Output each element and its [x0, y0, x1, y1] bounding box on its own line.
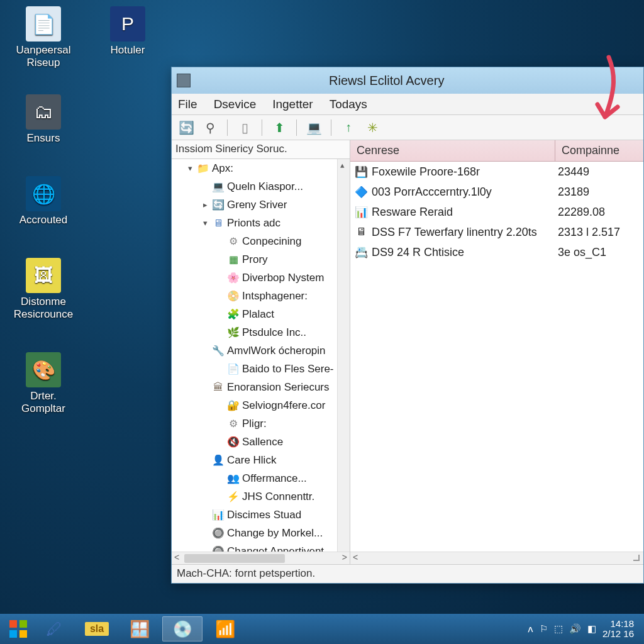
list-body[interactable]: 💾Foxewile Proore-168r23449🔷003 PorrAccce… — [350, 162, 643, 552]
tree-body[interactable]: ▾📁Apx:💻Queln Kiaspor...▸🔄Greny Sriver▾🖥P… — [172, 159, 350, 552]
tree-item[interactable]: 🌸Diverbop Nystem — [172, 269, 350, 287]
start-button[interactable] — [4, 616, 33, 641]
tree-item-icon: 🔧 — [212, 345, 225, 357]
clock-time: 14:18 — [602, 619, 634, 630]
list-item-icon: 📊 — [354, 205, 368, 219]
taskbar-item[interactable]: 💿 — [162, 616, 203, 641]
svg-rect-1 — [19, 620, 27, 628]
toolbar-button[interactable]: ▯ — [235, 118, 254, 137]
tree-hscroll[interactable] — [172, 552, 350, 564]
tree-item[interactable]: 👥Offermance... — [172, 469, 350, 487]
desktop-icon[interactable]: 🗂Ensurs — [9, 94, 78, 145]
list-row[interactable]: 🔷003 PorrAcccerntry.1l0y23189 — [350, 182, 643, 202]
tree-panel: Inssiom Sinericy Soruc. ▾📁Apx:💻Queln Kia… — [172, 140, 350, 564]
taskbar-item[interactable]: sla — [77, 616, 117, 641]
tree-item[interactable]: 🔇Sallence — [172, 433, 350, 451]
taskbar-item[interactable]: 🖊 — [34, 616, 74, 641]
tree-item[interactable]: 🏛Enoransion Seriecurs — [172, 378, 350, 396]
desktop-icon-label: Accrouted — [9, 214, 78, 226]
col-compainne[interactable]: Compainne — [555, 140, 643, 161]
desktop-icon-label: Drter. Gompltar — [9, 390, 78, 415]
menubar: FileDseviceIngetterTodays — [172, 94, 643, 115]
list-row[interactable]: 📊Resware Reraid22289.08 — [350, 202, 643, 222]
toolbar-button[interactable]: 🔄 — [177, 118, 196, 137]
tree-item[interactable]: 📀Intsphagener: — [172, 287, 350, 305]
list-row[interactable]: 💾Foxewile Proore-168r23449 — [350, 162, 643, 182]
tray-chevron-icon[interactable]: ʌ — [528, 623, 533, 635]
tree-item[interactable]: ⚡JHS Connenttr. — [172, 487, 350, 506]
tree-item[interactable]: ▦Prory — [172, 250, 350, 269]
list-item-value: 2313 l 2.517 — [555, 226, 643, 239]
tree-item-label: AmvlWork ócheropin — [227, 345, 326, 357]
tray-network-icon[interactable]: ⬚ — [554, 623, 563, 635]
toolbar-button[interactable]: ⚲ — [201, 118, 219, 137]
tree-item[interactable]: 📄Baido to Fles Sere- — [172, 360, 350, 378]
col-cenrese[interactable]: Cenrese — [350, 140, 555, 161]
tree-item[interactable]: 💻Queln Kiaspor... — [172, 177, 350, 196]
menu-item[interactable]: Ingetter — [272, 97, 313, 111]
tree-item[interactable]: 🔐Selviogn4fere.cor — [172, 396, 350, 414]
tree-item[interactable]: 🔘Change by Morkel... — [172, 524, 350, 542]
menu-item[interactable]: Dsevice — [214, 97, 257, 111]
svg-rect-0 — [9, 620, 17, 628]
list-header[interactable]: Cenrese Compainne — [350, 140, 643, 162]
expand-icon[interactable]: ▾ — [186, 164, 194, 173]
list-hscroll[interactable] — [350, 552, 643, 564]
desktop-icon[interactable]: PHotuler — [93, 6, 162, 57]
tree-item[interactable]: ⚙Conpecining — [172, 232, 350, 250]
menu-item[interactable]: File — [178, 97, 197, 111]
taskbar-item[interactable]: 📶 — [205, 616, 245, 641]
tree-header: Inssiom Sinericy Soruc. — [172, 140, 350, 159]
tree-item-icon: 👥 — [227, 472, 240, 485]
tray-volume-icon[interactable]: 🔊 — [569, 623, 581, 635]
expand-icon[interactable]: ▸ — [201, 200, 209, 209]
titlebar[interactable]: Riewsl Eclitol Acvery — [172, 67, 643, 94]
list-item-name: 003 PorrAcccerntry.1l0y — [372, 186, 492, 199]
toolbar-button[interactable]: 💻 — [304, 118, 323, 137]
tree-item-label: Prory — [242, 253, 268, 266]
list-item-icon: 💾 — [354, 165, 368, 179]
clock[interactable]: 14:18 2/12 16 — [602, 619, 634, 640]
tree-item-icon: 🔘 — [212, 527, 225, 540]
tree-vscroll[interactable] — [337, 159, 350, 552]
tray-misc-icon[interactable]: ◧ — [587, 623, 596, 635]
tree-item-label: Plalact — [242, 308, 274, 321]
expand-icon[interactable]: ▾ — [201, 218, 209, 228]
menu-item[interactable]: Todays — [330, 97, 367, 111]
tree-item[interactable]: 👤Care Hlick — [172, 451, 350, 469]
svg-rect-3 — [19, 630, 27, 638]
desktop-icon[interactable]: 🌐Accrouted — [9, 176, 78, 226]
list-row[interactable]: 🖥DSS F7 Tewerfary linentry 2.20ts2313 l … — [350, 222, 643, 242]
tree-item[interactable]: ▾🖥Prionts adc — [172, 214, 350, 232]
desktop-icon[interactable]: 🖼Distonme Resicrounce — [9, 258, 78, 321]
desktop-icon[interactable]: 📄Uanpeersal Riseup — [9, 6, 78, 69]
list-item-icon: 📇 — [354, 245, 368, 259]
list-row[interactable]: 📇DS9 24 R Chtisice3e os_C1 — [350, 242, 643, 262]
taskbar-item[interactable]: 🪟 — [119, 616, 160, 641]
tree-item-icon: 📀 — [227, 290, 240, 303]
tree-item[interactable]: 📊Discimes Stuad — [172, 506, 350, 524]
tree-item-label: Sallence — [242, 436, 283, 448]
tree-item[interactable]: ▾📁Apx: — [172, 159, 350, 177]
tree-item[interactable]: ▸🔄Greny Sriver — [172, 196, 350, 214]
tree-item[interactable]: ⚙Pligr: — [172, 414, 350, 433]
tree-item-icon: 📁 — [197, 162, 209, 175]
tree-item-icon: 🖥 — [212, 217, 225, 230]
desktop-icon[interactable]: 🎨Drter. Gompltar — [9, 352, 78, 415]
toolbar-button[interactable]: ✳ — [363, 118, 382, 137]
tree-item-label: Discimes Stuad — [227, 509, 301, 521]
tree-item[interactable]: 🌿Ptsdulce Inc.. — [172, 323, 350, 341]
tray-flag-icon[interactable]: ⚐ — [540, 623, 548, 635]
toolbar-button[interactable]: ⬆ — [270, 118, 289, 137]
list-item-name: DS9 24 R Chtisice — [372, 246, 464, 259]
tree-item[interactable]: 🔧AmvlWork ócheropin — [172, 341, 350, 360]
taskbar: 🖊sla🪟💿📶 ʌ ⚐ ⬚ 🔊 ◧ 14:18 2/12 16 — [0, 614, 644, 644]
tree-item-icon: 🔐 — [227, 399, 240, 412]
toolbar-separator — [331, 119, 331, 136]
tree-item-icon: 💻 — [212, 180, 225, 193]
tree-item[interactable]: 🧩Plalact — [172, 305, 350, 323]
tree-item-icon: 👤 — [212, 454, 225, 467]
toolbar-button[interactable]: ↑ — [339, 118, 358, 137]
tree-item[interactable]: 🔘Changet Appertivent — [172, 542, 350, 552]
window-title: Riewsl Eclitol Acvery — [329, 74, 444, 88]
